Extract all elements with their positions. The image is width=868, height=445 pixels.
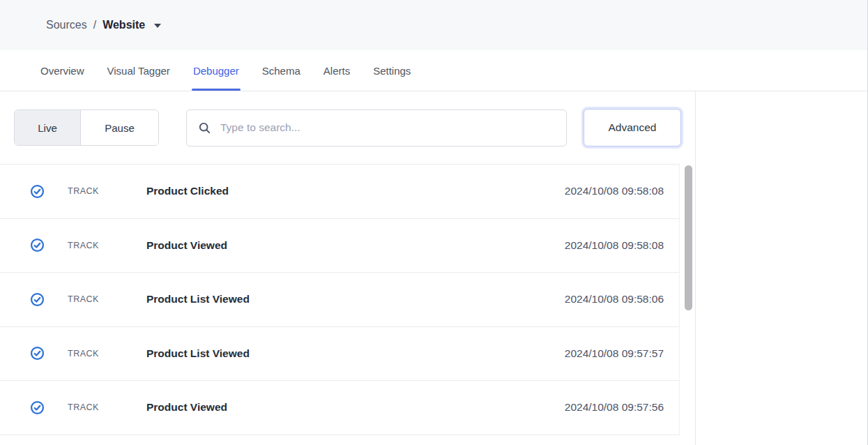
check-circle-icon <box>30 184 45 199</box>
search-icon <box>198 121 211 135</box>
tab-debugger[interactable]: Debugger <box>193 50 239 91</box>
event-row[interactable]: TRACK Product Viewed 2024/10/08 09:58:08 <box>0 219 679 273</box>
main-area: Live Pause Advanced <box>0 91 867 445</box>
debugger-page: Sources / Website Overview Visual Tagger… <box>0 0 868 445</box>
event-row[interactable]: TRACK Product List Viewed 2024/10/08 09:… <box>0 327 679 382</box>
event-timestamp: 2024/10/08 09:57:56 <box>565 401 664 414</box>
event-name: Product List Viewed <box>146 347 565 360</box>
event-type: TRACK <box>68 186 146 196</box>
event-timestamp: 2024/10/08 09:58:06 <box>565 293 664 306</box>
search-input[interactable] <box>220 121 555 134</box>
event-name: Product Viewed <box>146 401 565 414</box>
event-timestamp: 2024/10/08 09:57:57 <box>565 347 664 360</box>
event-type: TRACK <box>68 241 146 250</box>
chevron-down-icon <box>154 24 161 28</box>
tab-visual-tagger[interactable]: Visual Tagger <box>107 50 170 91</box>
event-row[interactable]: TRACK Product Viewed 2024/10/08 09:57:56 <box>0 381 679 435</box>
search-box[interactable] <box>186 110 567 146</box>
tab-bar: Overview Visual Tagger Debugger Schema A… <box>0 50 867 91</box>
tab-schema[interactable]: Schema <box>262 50 300 91</box>
live-pause-toggle: Live Pause <box>14 110 159 146</box>
event-name: Product List Viewed <box>146 293 565 306</box>
event-type: TRACK <box>68 349 146 359</box>
current-source-name: Website <box>102 19 145 31</box>
event-type: TRACK <box>68 402 146 412</box>
debugger-toolbar: Live Pause Advanced <box>0 91 695 164</box>
advanced-button[interactable]: Advanced <box>584 109 681 146</box>
detail-panel <box>696 91 867 445</box>
source-switcher[interactable]: Website <box>102 19 161 31</box>
debugger-panel: Live Pause Advanced <box>0 91 696 445</box>
event-row[interactable]: TRACK Product List Viewed 2024/10/08 09:… <box>0 273 679 327</box>
scrollbar-thumb[interactable] <box>685 165 692 310</box>
check-circle-icon <box>30 238 45 252</box>
check-circle-icon <box>30 400 45 415</box>
breadcrumb-sources-link[interactable]: Sources <box>46 19 87 31</box>
breadcrumb: Sources / Website <box>46 19 161 31</box>
pause-button[interactable]: Pause <box>80 110 158 145</box>
event-name: Product Viewed <box>146 239 565 252</box>
page-header: Sources / Website <box>0 0 867 50</box>
event-name: Product Clicked <box>146 185 565 197</box>
check-circle-icon <box>30 346 45 361</box>
tab-settings[interactable]: Settings <box>373 50 411 91</box>
event-list: TRACK Product Clicked 2024/10/08 09:58:0… <box>0 164 680 435</box>
event-timestamp: 2024/10/08 09:58:08 <box>565 239 664 252</box>
live-button[interactable]: Live <box>15 110 80 145</box>
tab-alerts[interactable]: Alerts <box>323 50 350 91</box>
event-row[interactable]: TRACK Product Clicked 2024/10/08 09:58:0… <box>0 165 679 219</box>
event-timestamp: 2024/10/08 09:58:08 <box>565 185 664 197</box>
check-circle-icon <box>30 292 45 307</box>
event-type: TRACK <box>68 294 146 304</box>
breadcrumb-separator: / <box>93 19 96 31</box>
tab-overview[interactable]: Overview <box>40 50 84 91</box>
